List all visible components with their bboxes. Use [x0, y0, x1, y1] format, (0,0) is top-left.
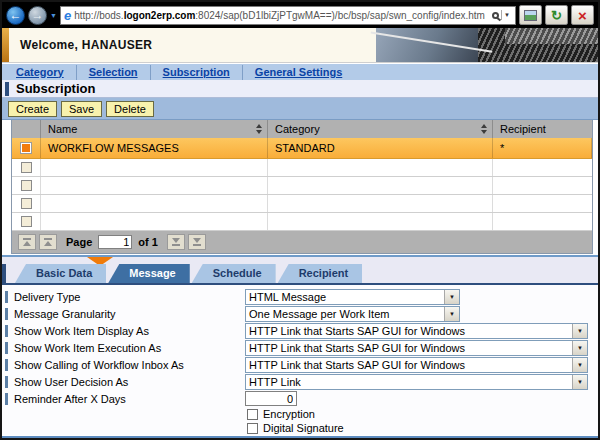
url-text[interactable]: http://bods.logon2erp.com:8024/sap(bD1lb…: [74, 10, 489, 21]
message-granularity-select[interactable]: One Message per Work Item ▼: [245, 306, 460, 322]
work-item-execution-select[interactable]: HTTP Link that Starts SAP GUI for Window…: [245, 340, 588, 356]
banner-stripe-corner: [505, 28, 598, 44]
column-label-name: Name: [48, 123, 77, 135]
form-row: Reminder After X Days: [2, 390, 598, 407]
table-header-row: Name Category Recipient: [12, 120, 592, 138]
form-row: Show Calling of Workflow Inbox As HTTP L…: [2, 356, 598, 373]
title-bar: Subscription: [2, 80, 598, 98]
workflow-inbox-select[interactable]: HTTP Link that Starts SAP GUI for Window…: [245, 357, 588, 373]
form-row: Show User Decision As HTTP Link ▼: [2, 373, 598, 390]
stop-button[interactable]: ×: [571, 5, 594, 25]
table-row-selected[interactable]: WORKFLOW MESSAGES STANDARD *: [12, 138, 592, 159]
table-row-empty[interactable]: [12, 159, 592, 177]
tab-basic-data[interactable]: Basic Data: [15, 264, 106, 283]
cell-name: WORKFLOW MESSAGES: [41, 138, 268, 158]
forward-icon: →: [32, 8, 44, 22]
sort-icon[interactable]: [256, 124, 262, 134]
work-item-display-select[interactable]: HTTP Link that Starts SAP GUI for Window…: [245, 323, 588, 339]
back-icon: ←: [10, 8, 22, 22]
bottom-border-strip: [2, 435, 598, 438]
cell-recipient: [493, 195, 592, 212]
selector-cell: [12, 138, 41, 158]
dropdown-arrow-icon[interactable]: ▼: [572, 375, 587, 389]
reminder-days-label: Reminder After X Days: [14, 393, 126, 405]
page-media-button[interactable]: [519, 5, 542, 25]
tabstrip-edge: [2, 264, 6, 283]
cell-category: [268, 195, 493, 212]
encryption-label: Encryption: [263, 408, 315, 420]
tab-message[interactable]: Message: [108, 264, 189, 283]
select-value: HTTP Link that Starts SAP GUI for Window…: [246, 325, 572, 337]
field-accent-bar: [5, 359, 8, 371]
row-selector-checkbox[interactable]: [21, 198, 32, 209]
url-prefix: http://bods.: [74, 10, 123, 21]
tab-recipient[interactable]: Recipient: [278, 264, 363, 283]
search-dropdown-icon[interactable]: ▼: [501, 10, 512, 20]
cell-category: [268, 159, 493, 176]
prev-page-button[interactable]: [39, 234, 57, 250]
table-row-empty[interactable]: [12, 213, 592, 231]
reminder-days-input[interactable]: [245, 391, 297, 406]
search-icon[interactable]: [492, 12, 499, 19]
header-accent-bar: [2, 28, 9, 62]
dropdown-arrow-glyph: ▼: [577, 362, 583, 368]
first-page-icon: [23, 241, 31, 246]
url-suffix: :8024/sap(bD1lbiZjPTgwMA==)/bc/bsp/sap/s…: [195, 10, 485, 21]
header-banner-image: [376, 28, 598, 62]
field-accent-bar: [5, 376, 8, 388]
field-accent-bar: [5, 325, 8, 337]
workflow-inbox-label: Show Calling of Workflow Inbox As: [14, 359, 184, 371]
forward-button[interactable]: →: [28, 6, 47, 25]
cell-recipient: [493, 159, 592, 176]
select-value: HTTP Link that Starts SAP GUI for Window…: [246, 359, 572, 371]
history-dropdown-icon[interactable]: ▼: [50, 12, 57, 19]
select-value: HTTP Link: [246, 376, 572, 388]
field-accent-bar: [5, 291, 8, 303]
dropdown-arrow-icon[interactable]: ▼: [444, 290, 459, 304]
nav-link-subscription[interactable]: Subscription: [151, 65, 243, 80]
row-selector-checkbox[interactable]: [21, 162, 32, 173]
create-button[interactable]: Create: [8, 101, 57, 117]
page-input[interactable]: [98, 235, 132, 249]
user-decision-label: Show User Decision As: [14, 376, 128, 388]
dropdown-arrow-glyph: ▼: [449, 294, 455, 300]
nav-link-selection[interactable]: Selection: [77, 65, 151, 80]
message-form: Delivery Type HTML Message ▼ Message Gra…: [2, 285, 598, 435]
table-row-empty[interactable]: [12, 177, 592, 195]
delete-button[interactable]: Delete: [106, 101, 154, 117]
address-bar[interactable]: e http://bods.logon2erp.com:8024/sap(bD1…: [60, 6, 516, 25]
table-row-empty[interactable]: [12, 195, 592, 213]
column-header-recipient: Recipient: [493, 120, 592, 138]
back-button[interactable]: ←: [6, 6, 25, 25]
digital-signature-label: Digital Signature: [263, 422, 344, 434]
row-selector-checkbox[interactable]: [21, 216, 32, 227]
detail-tabstrip: Basic Data Message Schedule Recipient: [2, 266, 598, 285]
column-header-name: Name: [41, 120, 268, 138]
dropdown-arrow-icon[interactable]: ▼: [572, 324, 587, 338]
nav-link-category[interactable]: Category: [14, 65, 77, 80]
cell-recipient: [493, 177, 592, 194]
first-page-button[interactable]: [18, 234, 36, 250]
banner-photo-area: [376, 28, 478, 62]
dropdown-arrow-glyph: ▼: [449, 311, 455, 317]
stop-icon: ×: [578, 8, 587, 23]
field-accent-bar: [5, 393, 8, 405]
selector-cell: [12, 159, 41, 176]
refresh-button[interactable]: ↻: [545, 5, 568, 25]
save-button[interactable]: Save: [61, 101, 102, 117]
digital-signature-checkbox[interactable]: [247, 423, 258, 434]
delivery-type-select[interactable]: HTML Message ▼: [245, 289, 460, 305]
tab-schedule[interactable]: Schedule: [192, 264, 276, 283]
checkbox-row: Encryption: [2, 407, 598, 421]
dropdown-arrow-icon[interactable]: ▼: [572, 358, 587, 372]
user-decision-select[interactable]: HTTP Link ▼: [245, 374, 588, 390]
row-selector-checkbox[interactable]: [21, 180, 32, 191]
sort-icon[interactable]: [481, 124, 487, 134]
next-page-button[interactable]: [167, 234, 185, 250]
encryption-checkbox[interactable]: [247, 409, 258, 420]
row-selector-checkbox[interactable]: [20, 142, 32, 154]
last-page-button[interactable]: [188, 234, 206, 250]
nav-link-general-settings[interactable]: General Settings: [243, 65, 354, 80]
dropdown-arrow-icon[interactable]: ▼: [572, 341, 587, 355]
dropdown-arrow-icon[interactable]: ▼: [444, 307, 459, 321]
